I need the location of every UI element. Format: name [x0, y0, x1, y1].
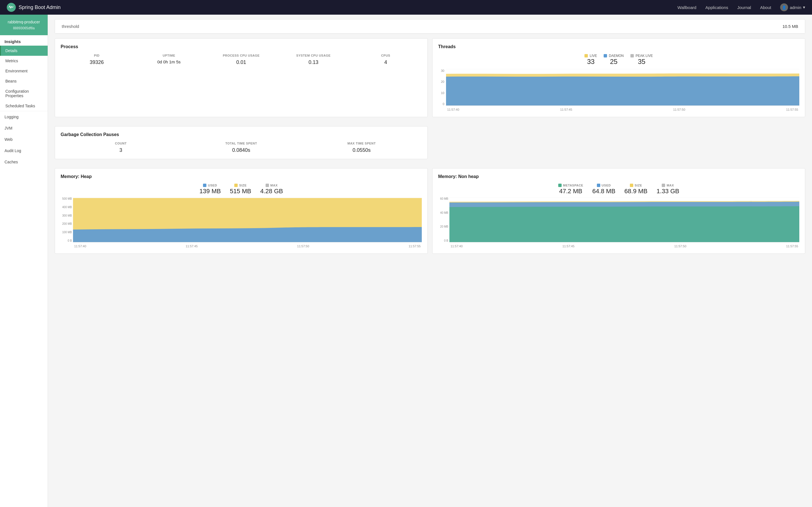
- threads-title: Threads: [438, 44, 799, 49]
- nonheap-used-legend: USED 64.8 MB: [592, 184, 615, 195]
- sidebar-details[interactable]: Details: [0, 46, 48, 56]
- live-dot: [585, 54, 588, 57]
- threads-y-axis: 30 20 10 0: [438, 69, 446, 111]
- stat-system-cpu: SYSTEM CPU USAGE 0.13: [277, 54, 350, 65]
- daemon-dot: [604, 54, 607, 57]
- main-layout: rabbitmq-producer 88893065df8a Insights …: [0, 15, 812, 507]
- app-name: rabbitmq-producer: [3, 19, 44, 25]
- heap-x-axis: 11:57:40 11:57:45 11:57:50 11:57:55: [73, 244, 422, 248]
- peak-live-dot: [630, 54, 634, 57]
- memory-nonheap-title: Memory: Non heap: [438, 174, 799, 179]
- stat-uptime: UPTIME 0d 0h 1m 5s: [133, 54, 205, 64]
- nonheap-metaspace-legend: METASPACE 47.2 MB: [558, 184, 583, 195]
- nonheap-svg: [449, 197, 799, 242]
- sidebar-configuration-properties[interactable]: Configuration Properties: [0, 86, 48, 101]
- user-menu[interactable]: 👤 admin ▾: [780, 3, 805, 11]
- sidebar-caches[interactable]: Caches: [0, 156, 48, 168]
- stat-cpus: CPUS 4: [350, 54, 422, 65]
- gc-row: Garbage Collection Pauses COUNT 3 TOTAL …: [48, 122, 812, 164]
- threshold-card: threshold 10.5 MB: [55, 19, 805, 34]
- nonheap-x-axis: 11:57:40 11:57:45 11:57:50 11:57:55: [449, 244, 799, 248]
- gc-count: COUNT 3: [61, 142, 181, 153]
- process-threads-row: Process PID 39326 UPTIME 0d 0h 1m 5s PRO…: [48, 34, 812, 122]
- process-title: Process: [61, 44, 422, 49]
- nonheap-metaspace-dot: [558, 184, 562, 187]
- brand-title: Spring Boot Admin: [18, 4, 61, 10]
- heap-size-legend: SIZE 515 MB: [230, 184, 251, 195]
- sidebar-beans[interactable]: Beans: [0, 76, 48, 86]
- app-id: 88893065df8a: [3, 25, 44, 31]
- heap-chart: 11:57:40 11:57:45 11:57:50 11:57:55: [73, 197, 422, 248]
- heap-svg: [73, 197, 422, 242]
- nonheap-used-dot: [597, 184, 600, 187]
- memory-nonheap-legend: METASPACE 47.2 MB USED 64.8 MB: [438, 184, 799, 195]
- gc-card: Garbage Collection Pauses COUNT 3 TOTAL …: [55, 126, 428, 159]
- gc-stats: COUNT 3 TOTAL TIME SPENT 0.0840s MAX TIM…: [61, 142, 422, 153]
- memory-heap-legend: USED 139 MB SIZE 515 MB: [61, 184, 422, 195]
- sidebar: rabbitmq-producer 88893065df8a Insights …: [0, 15, 48, 507]
- sidebar-metrics[interactable]: Metrics: [0, 56, 48, 66]
- gc-max-time: MAX TIME SPENT 0.0550s: [301, 142, 422, 153]
- nav-journal[interactable]: Journal: [737, 5, 751, 10]
- nonheap-y-axis: 60 MB 40 MB 20 MB 0 B: [438, 197, 449, 248]
- heap-y-axis: 500 MB 400 MB 300 MB 200 MB 100 MB 0 B: [61, 197, 73, 248]
- nonheap-max-dot: [662, 184, 665, 187]
- process-card: Process PID 39326 UPTIME 0d 0h 1m 5s PRO…: [55, 38, 428, 117]
- heap-max-dot: [266, 184, 269, 187]
- threshold-label: threshold: [62, 24, 782, 29]
- threads-svg: [446, 69, 799, 106]
- threshold-value: 10.5 MB: [782, 24, 798, 29]
- heap-size-dot: [234, 184, 238, 187]
- process-stats: PID 39326 UPTIME 0d 0h 1m 5s PROCESS CPU…: [61, 54, 422, 65]
- heap-max-legend: MAX 4.28 GB: [260, 184, 283, 195]
- user-avatar: 👤: [780, 3, 788, 11]
- gc-title: Garbage Collection Pauses: [61, 132, 422, 137]
- nonheap-max-legend: MAX 1.33 GB: [657, 184, 679, 195]
- user-dropdown-icon: ▾: [803, 5, 805, 10]
- legend-daemon: DAEMON 25: [604, 54, 624, 66]
- threads-chart: 11:57:40 11:57:45 11:57:50 11:57:55: [446, 69, 799, 111]
- nav-applications[interactable]: Applications: [705, 5, 728, 10]
- memory-heap-title: Memory: Heap: [61, 174, 422, 179]
- threads-legend: LIVE 33 DAEMON 25 PEAK: [438, 54, 799, 66]
- sidebar-jvm[interactable]: JVM: [0, 122, 48, 134]
- topnav: Spring Boot Admin Wallboard Applications…: [0, 0, 812, 15]
- brand: Spring Boot Admin: [7, 3, 61, 12]
- legend-peak-live: PEAK LIVE 35: [630, 54, 653, 66]
- insights-section-label: Insights: [0, 35, 48, 46]
- gc-total-time: TOTAL TIME SPENT 0.0840s: [181, 142, 301, 153]
- nav-about[interactable]: About: [760, 5, 771, 10]
- threads-chart-area: 30 20 10 0: [438, 69, 799, 111]
- memory-heap-card: Memory: Heap USED 139 MB SIZE: [55, 168, 428, 254]
- sidebar-audit-log[interactable]: Audit Log: [0, 145, 48, 156]
- sidebar-logging[interactable]: Logging: [0, 111, 48, 122]
- sidebar-web[interactable]: Web: [0, 134, 48, 145]
- nonheap-size-dot: [630, 184, 633, 187]
- stat-pid: PID 39326: [61, 54, 133, 65]
- brand-icon: [7, 3, 16, 12]
- heap-used-dot: [203, 184, 206, 187]
- app-info: rabbitmq-producer 88893065df8a: [0, 15, 48, 35]
- heap-chart-area: 500 MB 400 MB 300 MB 200 MB 100 MB 0 B: [61, 197, 422, 248]
- nav-wallboard[interactable]: Wallboard: [677, 5, 696, 10]
- user-name: admin: [790, 5, 801, 10]
- heap-used-legend: USED 139 MB: [199, 184, 221, 195]
- sidebar-group-other: Logging JVM Web Audit Log Caches: [0, 111, 48, 168]
- threshold-row: threshold 10.5 MB: [55, 19, 805, 34]
- sidebar-scheduled-tasks[interactable]: Scheduled Tasks: [0, 101, 48, 111]
- memory-nonheap-card: Memory: Non heap METASPACE 47.2 MB USED: [432, 168, 805, 254]
- nonheap-chart: 11:57:40 11:57:45 11:57:50 11:57:55: [449, 197, 799, 248]
- legend-live: LIVE 33: [585, 54, 597, 66]
- sidebar-environment[interactable]: Environment: [0, 66, 48, 76]
- nav-links: Wallboard Applications Journal About 👤 a…: [677, 3, 805, 11]
- nonheap-chart-area: 60 MB 40 MB 20 MB 0 B: [438, 197, 799, 248]
- nonheap-size-legend: SIZE 68.9 MB: [624, 184, 648, 195]
- threads-card: Threads LIVE 33 DAEMON 2: [432, 38, 805, 117]
- main-content: threshold 10.5 MB Process PID 39326 UPTI…: [48, 15, 812, 507]
- threads-x-axis: 11:57:40 11:57:45 11:57:50 11:57:55: [446, 108, 799, 111]
- stat-process-cpu: PROCESS CPU USAGE 0.01: [205, 54, 277, 65]
- memory-row: Memory: Heap USED 139 MB SIZE: [48, 164, 812, 258]
